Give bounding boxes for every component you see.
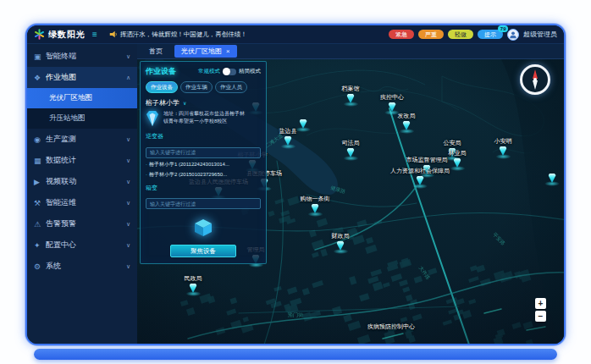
map-canvas[interactable]: 作业设备 常规模式 精简模式 作业设备作业车辆作业人员 榕子林小学 ∨ [137, 59, 564, 345]
compass-widget[interactable] [520, 64, 550, 95]
sidebar-item-config-center[interactable]: ✦配置中心∨ [27, 234, 137, 256]
sidebar-item-alarm-warning[interactable]: ⚠告警预警∨ [27, 213, 137, 234]
monitor-icon: ◉ [34, 135, 46, 144]
announcement-marquee: 挥洒汗水，铸就辉煌！中国健儿，再创佳绩！ [109, 30, 247, 39]
device-cube-icon [192, 218, 214, 238]
site-address: 地址：四川省攀枝花市盐边县榕子林 镇青年希望第一小学校8校区 [163, 110, 245, 125]
tab-bar: 首页 光伏厂区地图 × [137, 44, 564, 59]
pinwheel-logo-icon [34, 29, 45, 40]
map-marker[interactable]: 司法局 [342, 139, 360, 161]
device-list: 榕子林小学1 (2011224243013014...榕子林小学2 (20150… [146, 161, 261, 179]
panel-tabs: 作业设备作业车辆作业人员 [146, 81, 261, 93]
chevron-down-icon: ∨ [126, 221, 130, 228]
map-marker[interactable]: 小安哨 [494, 137, 512, 159]
map-marker[interactable] [296, 119, 311, 132]
alarm-pill-critical[interactable]: 紧急 [389, 30, 414, 39]
system-icon: ⚙ [34, 262, 46, 271]
alarm-pill-minor[interactable]: 轻微 [448, 30, 473, 39]
alarm-pill-severe[interactable]: 严重 [418, 30, 444, 39]
user-icon [509, 30, 517, 39]
megaphone-icon [109, 30, 117, 38]
panel-tab[interactable]: 作业人员 [215, 81, 247, 93]
sidebar-item-smart-terminal[interactable]: ▣智能终端∨ [27, 46, 137, 67]
zoom-out-button[interactable]: − [535, 311, 546, 322]
map-marker[interactable]: 林业局 [449, 149, 467, 171]
sidebar-item-smart-ops[interactable]: ⚒智能运维∨ [27, 192, 137, 213]
map-marker-label: 财政局 [332, 232, 350, 240]
device-list-item[interactable]: 榕子林小学2 (201501023729650... [146, 171, 261, 179]
map-marker[interactable]: 民政局 [185, 274, 202, 296]
map-marker[interactable]: 购物一条街 [301, 195, 330, 217]
chevron-down-icon: ∨ [183, 100, 186, 106]
focus-device-button[interactable]: 聚焦设备 [170, 245, 236, 257]
menu-collapse-icon[interactable]: ≡ [92, 30, 97, 39]
alarm-count-badge: 79 [498, 25, 508, 32]
map-marker[interactable]: 人力资源和社会保障局 [390, 167, 450, 189]
video-icon: ▶ [34, 178, 46, 186]
panel-tab[interactable]: 作业设备 [146, 81, 178, 93]
config-icon: ✦ [34, 241, 46, 250]
mode-toggle[interactable] [223, 69, 236, 75]
filter-input[interactable] [146, 147, 261, 158]
chevron-down-icon: ∨ [126, 200, 130, 207]
panel-tab[interactable]: 作业车辆 [180, 81, 213, 93]
map-marker-label: 司法局 [342, 139, 360, 147]
map-marker[interactable]: 财政局 [332, 232, 350, 254]
sidebar-item-work-map[interactable]: ❖作业地图∧ [27, 67, 137, 88]
section-label: 箱变 [146, 184, 261, 192]
top-bar: 绿数阳光 ≡ 挥洒汗水，铸就辉煌！中国健儿，再创佳绩！ 紧急 严重 轻微 提示7… [27, 25, 564, 44]
sidebar-item-production-monitor[interactable]: ◉生产监测∨ [27, 129, 137, 150]
sidebar-subitem[interactable]: 光伏厂区地图 [27, 88, 137, 108]
map-marker-label: 人力资源和社会保障局 [390, 167, 450, 175]
filter-input[interactable] [146, 198, 261, 209]
chevron-down-icon: ∨ [126, 53, 130, 60]
map-marker-label: 疾控中心 [380, 93, 404, 102]
map-marker-label: 盐边县 [279, 127, 297, 135]
map-marker-label: 发改局 [398, 112, 416, 120]
map-marker-label: 购物一条街 [301, 195, 330, 203]
device-list-item[interactable]: 榕子林小学1 (2011224243013014... [146, 161, 261, 168]
sidebar-item-video-linkage[interactable]: ▶视频联动∨ [27, 171, 137, 192]
map-icon: ❖ [34, 74, 46, 82]
map-marker[interactable]: 档案馆 [342, 85, 360, 107]
chevron-down-icon: ∨ [126, 263, 130, 270]
map-marker[interactable]: 疾病预防控制中心 [367, 323, 415, 332]
sidebar-subitem[interactable]: 升压站地图 [27, 108, 137, 129]
app-logo: 绿数阳光 [34, 29, 86, 41]
map-marker[interactable] [544, 174, 560, 186]
chevron-up-icon: ∧ [126, 74, 130, 81]
map-marker[interactable]: 发改局 [398, 112, 416, 134]
toggle-knob [223, 68, 230, 75]
map-marker-label: 市场监督管理局 [406, 156, 448, 164]
tab-pv-map[interactable]: 光伏厂区地图 × [174, 45, 237, 58]
sidebar-item-system[interactable]: ⚙系统∨ [27, 256, 137, 277]
map-marker[interactable]: 盐边县 [279, 127, 297, 149]
tab-home[interactable]: 首页 [142, 45, 169, 58]
stats-icon: ▦ [34, 157, 46, 165]
alert-icon: ⚠ [34, 220, 46, 229]
mode-label-simple: 精简模式 [239, 68, 261, 75]
location-pin-icon [146, 110, 159, 127]
map-marker-label: 档案馆 [342, 85, 360, 93]
chevron-down-icon: ∨ [126, 242, 130, 249]
compass-needle-south [533, 80, 538, 90]
section-label: 逆变器 [146, 132, 261, 141]
chevron-down-icon: ∨ [126, 136, 130, 143]
marquee-text: 挥洒汗水，铸就辉煌！中国健儿，再创佳绩！ [120, 30, 247, 39]
close-tab-icon[interactable]: × [226, 47, 230, 55]
sidebar: ▣智能终端∨❖作业地图∧光伏厂区地图升压站地图◉生产监测∨▦数据统计∨▶视频联动… [27, 44, 137, 345]
window-bottom-bar [34, 349, 557, 360]
user-name[interactable]: 超级管理员 [523, 30, 557, 39]
avatar[interactable] [507, 29, 519, 41]
terminal-icon: ▣ [34, 52, 46, 61]
alarm-pill-hint[interactable]: 提示79 [478, 30, 503, 39]
ops-icon: ⚒ [34, 199, 46, 207]
map-marker-label: 林业局 [449, 149, 467, 157]
site-selector[interactable]: 榕子林小学 ∨ [146, 98, 261, 108]
app-window: 绿数阳光 ≡ 挥洒汗水，铸就辉煌！中国健儿，再创佳绩！ 紧急 严重 轻微 提示7… [25, 24, 566, 345]
map-zoom-control: + − [535, 298, 546, 322]
zoom-in-button[interactable]: + [535, 298, 546, 309]
map-marker-label: 小安哨 [494, 137, 512, 146]
device-sections: 逆变器榕子林小学1 (2011224243013014...榕子林小学2 (20… [146, 132, 261, 209]
sidebar-item-data-stats[interactable]: ▦数据统计∨ [27, 150, 137, 171]
